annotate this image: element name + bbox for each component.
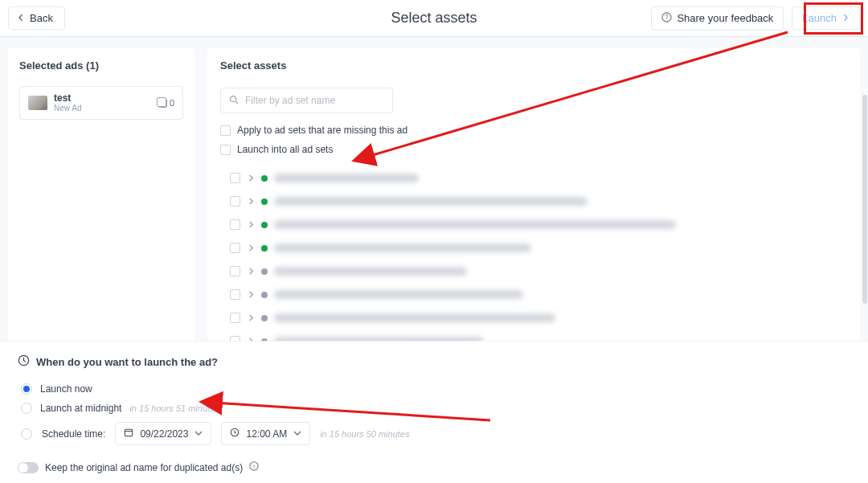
status-dot-icon: [261, 199, 268, 205]
checkbox-icon[interactable]: [230, 313, 240, 323]
checkbox-icon[interactable]: [230, 266, 240, 276]
radio-selected-icon[interactable]: [21, 383, 32, 395]
scrollbar-thumb[interactable]: [862, 95, 867, 304]
time-picker[interactable]: 12:00 AM: [221, 422, 310, 445]
launch-midnight-row[interactable]: Launch at midnight in 15 hours 51 minute…: [21, 403, 850, 414]
question-icon: ?: [661, 12, 672, 25]
keep-name-row[interactable]: Keep the original ad name for duplicated…: [18, 461, 850, 473]
chevron-right-icon[interactable]: [247, 220, 255, 230]
status-dot-icon: [261, 338, 268, 342]
apply-missing-label: Apply to ad sets that are missing this a…: [237, 125, 407, 136]
date-picker[interactable]: 09/22/2023: [115, 422, 211, 445]
status-dot-icon: [261, 222, 268, 228]
search-icon: [229, 93, 239, 108]
back-label: Back: [30, 12, 53, 24]
main-layout: Selected ads (1) test New Ad 0 Select as…: [0, 37, 868, 341]
adset-name-redacted: [274, 174, 419, 182]
launch-now-label: Launch now: [40, 383, 92, 395]
checkbox-icon[interactable]: [230, 173, 240, 183]
adset-row[interactable]: [220, 213, 847, 236]
clock-icon: [18, 354, 30, 369]
sidebar-title: Selected ads (1): [19, 59, 183, 72]
time-value: 12:00 AM: [246, 428, 287, 440]
adset-row[interactable]: [220, 166, 847, 190]
status-dot-icon: [261, 292, 268, 298]
chevron-right-icon[interactable]: [247, 337, 255, 342]
ad-name: test: [54, 93, 152, 104]
checkbox-icon[interactable]: [220, 145, 231, 155]
adset-search[interactable]: [220, 88, 393, 113]
calendar-icon: [124, 428, 133, 440]
adset-row[interactable]: [220, 283, 847, 306]
schedule-time-row[interactable]: Schedule time: 09/22/2023 12:00 AM in 15…: [21, 422, 850, 445]
feedback-label: Share your feedback: [677, 12, 773, 24]
page-title: Select assets: [391, 10, 477, 27]
svg-rect-5: [125, 429, 133, 436]
header-actions: ? Share your feedback Launch: [651, 6, 860, 31]
launch-now-row[interactable]: Launch now: [21, 383, 850, 395]
radio-icon[interactable]: [21, 403, 32, 414]
checkbox-icon[interactable]: [230, 196, 240, 207]
schedule-title-row: When do you want to launch the ad?: [18, 354, 850, 369]
back-button[interactable]: Back: [8, 6, 65, 30]
svg-text:i: i: [253, 464, 255, 469]
status-dot-icon: [261, 245, 268, 252]
ad-subtitle: New Ad: [54, 104, 152, 113]
selected-ad-card[interactable]: test New Ad 0: [19, 86, 183, 120]
checkbox-icon[interactable]: [230, 219, 240, 230]
info-icon: i: [249, 461, 259, 473]
header-bar: Back Select assets ? Share your feedback…: [0, 0, 868, 37]
launch-button[interactable]: Launch: [792, 6, 860, 30]
adset-name-redacted: [274, 244, 531, 252]
svg-line-3: [235, 101, 238, 104]
ad-text: test New Ad: [54, 93, 152, 113]
chevron-down-icon: [293, 428, 301, 440]
ad-count: 0: [158, 98, 174, 108]
checkbox-icon[interactable]: [230, 336, 240, 341]
assets-panel-title: Select assets: [220, 59, 847, 72]
launch-label: Launch: [802, 12, 837, 24]
chevron-right-icon[interactable]: [247, 267, 255, 276]
adset-name-redacted: [274, 220, 676, 229]
schedule-title: When do you want to launch the ad?: [36, 356, 218, 368]
adset-name-redacted: [274, 313, 555, 322]
toggle-off-icon[interactable]: [18, 462, 39, 473]
chevron-right-icon[interactable]: [247, 174, 255, 183]
checkbox-icon[interactable]: [230, 243, 240, 253]
launch-all-label: Launch into all ad sets: [237, 144, 333, 155]
chevron-right-icon[interactable]: [247, 197, 255, 207]
launch-all-checkbox-row[interactable]: Launch into all ad sets: [220, 144, 847, 155]
radio-icon[interactable]: [21, 428, 32, 440]
clock-small-icon: [230, 428, 240, 440]
adset-row[interactable]: [220, 260, 847, 283]
checkbox-icon[interactable]: [230, 289, 240, 300]
adset-row[interactable]: [220, 330, 847, 341]
chevron-right-icon[interactable]: [247, 313, 255, 323]
schedule-time-label: Schedule time:: [42, 428, 105, 440]
adset-row[interactable]: [220, 190, 847, 213]
assets-panel: Select assets Apply to ad sets that are …: [207, 48, 860, 341]
copy-icon: [158, 99, 167, 108]
ad-count-value: 0: [170, 98, 174, 108]
selected-ads-sidebar: Selected ads (1) test New Ad 0: [8, 48, 194, 341]
adset-search-input[interactable]: [245, 95, 384, 106]
chevron-right-icon[interactable]: [247, 244, 255, 253]
chevron-right-icon[interactable]: [247, 290, 255, 300]
chevron-right-icon: [841, 12, 850, 24]
launch-midnight-label: Launch at midnight: [40, 403, 121, 414]
svg-text:?: ?: [665, 13, 669, 21]
feedback-button[interactable]: ? Share your feedback: [651, 6, 784, 31]
adset-name-redacted: [274, 290, 523, 299]
ad-thumbnail-icon: [28, 96, 47, 110]
checkbox-icon[interactable]: [220, 125, 231, 136]
apply-missing-checkbox-row[interactable]: Apply to ad sets that are missing this a…: [220, 125, 847, 136]
midnight-hint: in 15 hours 51 minutes: [129, 403, 219, 413]
schedule-section: When do you want to launch the ad? Launc…: [0, 341, 868, 483]
status-dot-icon: [261, 315, 268, 321]
adset-name-redacted: [274, 197, 588, 206]
adset-name-redacted: [274, 267, 467, 276]
adset-row[interactable]: [220, 306, 847, 330]
adset-name-redacted: [274, 337, 483, 341]
adset-list: [220, 166, 847, 341]
adset-row[interactable]: [220, 236, 847, 260]
